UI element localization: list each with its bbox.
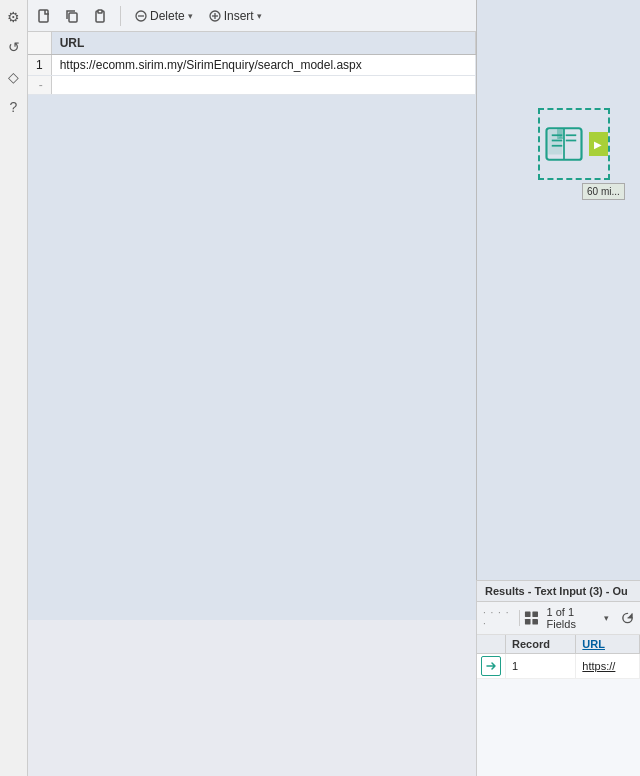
- svg-rect-0: [39, 10, 48, 22]
- svg-rect-13: [532, 611, 538, 617]
- svg-rect-1: [69, 13, 77, 22]
- node-label-line2: mi...: [601, 186, 620, 197]
- node-label-line1: 60: [587, 186, 598, 197]
- grid-icon: [524, 610, 539, 626]
- results-title: Results - Text Input (3) - Ou: [485, 585, 628, 597]
- svg-rect-3: [98, 10, 102, 13]
- url-cell[interactable]: https://ecomm.sirim.my/SirimEnquiry/sear…: [51, 55, 475, 76]
- results-row[interactable]: 1 https://: [477, 654, 640, 679]
- fields-dropdown-chevron[interactable]: ▾: [604, 613, 609, 623]
- node-play-button[interactable]: ▶: [589, 132, 608, 156]
- results-table: Record URL 1 https://: [477, 635, 640, 679]
- table-row[interactable]: 1 https://ecomm.sirim.my/SirimEnquiry/se…: [28, 55, 476, 76]
- gear-icon[interactable]: ⚙: [3, 6, 25, 28]
- svg-rect-12: [525, 611, 531, 617]
- toolbar: Delete ▾ Insert ▾: [28, 0, 476, 32]
- results-row-icon-cell: [477, 654, 506, 679]
- question-icon[interactable]: ?: [3, 96, 25, 118]
- results-col-url: URL: [576, 635, 640, 654]
- node-card[interactable]: ▶: [538, 108, 610, 180]
- canvas-area: ▶ 60 mi...: [476, 0, 640, 580]
- empty-cell: [51, 76, 475, 95]
- node-book-icon: [540, 114, 589, 174]
- dots-icon: · · · · ·: [483, 607, 515, 629]
- left-sidebar: ⚙ ↺ ◇ ?: [0, 0, 28, 776]
- svg-rect-15: [532, 619, 538, 625]
- node-label: 60 mi...: [582, 183, 625, 200]
- circle-arrow-icon[interactable]: ↺: [3, 36, 25, 58]
- row-number-dash: -: [28, 76, 51, 95]
- vertical-divider: [476, 0, 477, 580]
- results-header: Results - Text Input (3) - Ou: [477, 581, 640, 602]
- insert-chevron[interactable]: ▾: [257, 11, 262, 21]
- table-container: URL 1 https://ecomm.sirim.my/SirimEnquir…: [28, 32, 476, 620]
- copy-button[interactable]: [60, 4, 84, 28]
- table-row-empty: -: [28, 76, 476, 95]
- fields-selector[interactable]: 1 of 1 Fields ▾: [543, 605, 613, 631]
- col-header-url: URL: [51, 32, 475, 55]
- results-panel: Results - Text Input (3) - Ou · · · · · …: [476, 580, 640, 776]
- col-header-rownum: [28, 32, 51, 55]
- delete-label: Delete: [150, 9, 185, 23]
- insert-button[interactable]: Insert ▾: [203, 7, 268, 25]
- results-row-icon: [481, 656, 501, 676]
- delete-button[interactable]: Delete ▾: [129, 7, 199, 25]
- tag-icon[interactable]: ◇: [3, 66, 25, 88]
- results-record-cell: 1: [506, 654, 576, 679]
- insert-label: Insert: [224, 9, 254, 23]
- results-toolbar: · · · · · 1 of 1 Fields ▾: [477, 602, 640, 635]
- paste-button[interactable]: [88, 4, 112, 28]
- row-number: 1: [28, 55, 51, 76]
- fields-text: 1 of 1 Fields: [547, 606, 602, 630]
- new-file-button[interactable]: [32, 4, 56, 28]
- svg-rect-14: [525, 619, 531, 625]
- delete-chevron[interactable]: ▾: [188, 11, 193, 21]
- results-col-icon: [477, 635, 506, 654]
- results-col-record: Record: [506, 635, 576, 654]
- url-table: URL 1 https://ecomm.sirim.my/SirimEnquir…: [28, 32, 476, 95]
- refresh-icon[interactable]: [621, 611, 634, 625]
- results-url-cell[interactable]: https://: [576, 654, 640, 679]
